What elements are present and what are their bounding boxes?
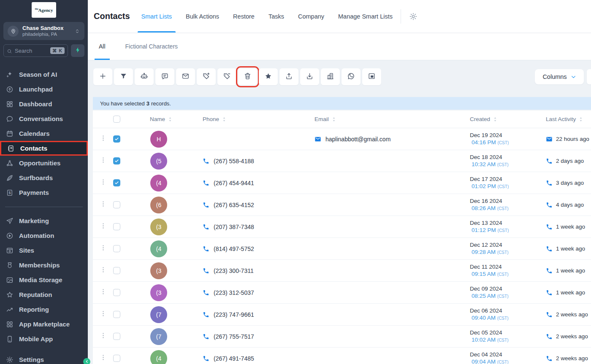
smart-list-tab[interactable]: Fictional Characters [121,33,182,60]
row-menu-button[interactable] [93,244,113,253]
sidebar-item[interactable]: $ Payments [0,185,88,200]
row-menu-button[interactable] [93,310,113,319]
add-to-company-button[interactable] [321,68,340,85]
contact-avatar[interactable]: (3 [150,218,167,235]
phone-cell[interactable]: (267) 635-4152 [203,202,314,208]
sidebar-item[interactable]: Calendars [0,126,88,141]
row-menu-button[interactable] [93,266,113,275]
sort-icon[interactable] [578,116,584,122]
sidebar-item[interactable]: Dashboard [0,97,88,111]
sidebar-item-settings[interactable]: Settings [0,352,88,364]
header-tab[interactable]: Tasks [268,0,284,32]
sidebar-item[interactable]: Reputation [0,287,88,302]
sidebar-item[interactable]: Opportunities [0,156,88,170]
row-menu-button[interactable] [93,288,113,297]
sidebar-item[interactable]: Launchpad [0,82,88,97]
header-tab[interactable]: Manage Smart Lists [338,0,393,32]
column-header-name[interactable]: Name [132,116,203,122]
phone-cell[interactable]: (267) 491-7485 [203,355,314,362]
row-checkbox[interactable] [113,179,120,186]
account-switcher[interactable]: Chase Sandbox philadelphia, PA [3,22,84,40]
send-email-button[interactable] [176,68,195,85]
sidebar-search[interactable]: ⌘ K [3,44,68,57]
send-mms-button[interactable] [362,68,381,85]
sidebar-item[interactable]: Conversations [0,111,88,126]
phone-cell[interactable]: (267) 558-4188 [203,158,314,164]
row-menu-button[interactable] [93,156,113,165]
contact-avatar[interactable]: (4 [150,350,167,364]
add-to-smart-list-button[interactable] [259,68,278,85]
phone-cell[interactable]: (223) 312-5037 [203,289,314,296]
header-tab[interactable]: Restore [233,0,255,32]
row-checkbox[interactable] [113,333,120,340]
sidebar-item[interactable]: Reporting [0,302,88,317]
header-tab[interactable]: Company [298,0,324,32]
row-checkbox[interactable] [113,245,120,252]
contact-avatar[interactable]: (5 [150,153,167,170]
sidebar-collapse-button[interactable] [83,358,90,364]
contact-avatar[interactable]: (4 [150,175,167,191]
contact-avatar[interactable]: (3 [150,284,167,301]
row-menu-button[interactable] [93,222,113,231]
phone-cell[interactable]: (814) 497-5752 [203,245,314,252]
columns-dropdown[interactable]: Columns [535,69,584,84]
row-checkbox[interactable] [113,355,120,362]
sidebar-item[interactable]: Media Storage [0,272,88,287]
row-checkbox[interactable] [113,201,120,208]
send-sms-button[interactable] [155,68,174,85]
email-cell[interactable]: haplinabbott@gmail.com [314,136,470,143]
sort-icon[interactable] [492,116,498,122]
header-tab[interactable]: Smart Lists [141,0,172,32]
header-tab[interactable]: Bulk Actions [186,0,219,32]
sidebar-item[interactable]: Contacts [0,141,88,156]
column-header-phone[interactable]: Phone [203,116,314,122]
sidebar-item[interactable]: Sites [0,243,88,258]
phone-cell[interactable]: (207) 387-7348 [203,224,314,230]
filter-button[interactable] [114,68,133,85]
sort-icon[interactable] [331,116,337,122]
sort-icon[interactable] [221,116,227,122]
row-menu-button[interactable] [93,332,113,341]
phone-cell[interactable]: (267) 755-7517 [203,333,314,340]
agency-logo[interactable]: theAgency [32,2,56,18]
contact-avatar[interactable]: (3 [150,262,167,279]
add-contact-button[interactable] [93,68,112,85]
sidebar-item[interactable]: Surfboards [0,170,88,185]
row-menu-button[interactable] [93,200,113,209]
row-checkbox[interactable] [113,311,120,318]
contact-avatar[interactable]: (7 [150,328,167,345]
column-header-email[interactable]: Email [314,116,470,122]
delete-contacts-button[interactable] [238,68,257,85]
row-checkbox[interactable] [113,157,120,164]
smart-list-tab[interactable]: All [95,33,110,60]
remove-tag-button[interactable] [217,68,236,85]
phone-cell[interactable]: (223) 300-7311 [203,267,314,274]
export-contacts-button[interactable] [279,68,298,85]
row-checkbox[interactable] [113,135,120,143]
contact-avatar[interactable]: (6 [150,197,167,213]
add-tag-button[interactable] [197,68,216,85]
contact-avatar[interactable]: (7 [150,306,167,323]
contact-avatar[interactable]: H [150,131,167,148]
select-all-checkbox[interactable] [113,116,120,123]
phone-cell[interactable]: (223) 747-9661 [203,311,314,318]
row-menu-button[interactable] [93,178,113,187]
row-menu-button[interactable] [93,135,113,143]
sort-icon[interactable] [167,116,173,122]
sidebar-item[interactable]: Memberships [0,258,88,272]
sidebar-item[interactable]: App Marketplace [0,317,88,332]
quick-actions-button[interactable] [71,44,84,57]
sidebar-item[interactable]: Marketing [0,213,88,228]
sidebar-item[interactable]: Mobile App [0,332,88,346]
import-contacts-button[interactable] [300,68,319,85]
search-input[interactable] [15,48,44,54]
column-header-created[interactable]: Created [470,116,546,122]
contact-avatar[interactable]: (4 [150,240,167,257]
row-checkbox[interactable] [113,289,120,296]
whatsapp-button[interactable] [342,68,361,85]
row-checkbox[interactable] [113,223,120,230]
edge-partial-button[interactable] [587,69,591,84]
row-menu-button[interactable] [93,354,113,363]
ai-agent-button[interactable] [135,68,154,85]
sidebar-item[interactable]: Automation [0,228,88,243]
